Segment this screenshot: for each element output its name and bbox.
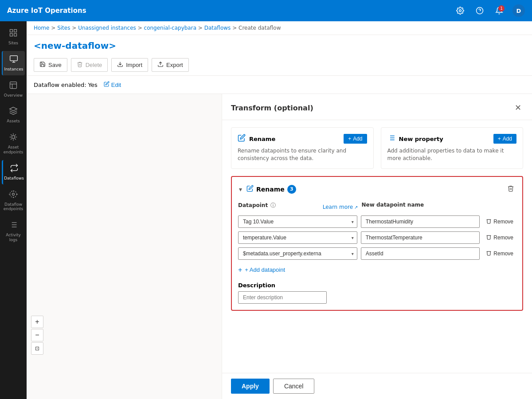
datapoint-select-3[interactable]: $metadata.user_property.externa (238, 247, 357, 260)
delete-icon (77, 61, 83, 69)
datapoint-select-2[interactable]: temperature.Value (238, 231, 357, 244)
export-label: Export (166, 62, 183, 68)
sidebar-item-dataflow-endpoints[interactable]: Dataflow endpoints (2, 186, 25, 215)
add-datapoint-button[interactable]: + + Add datapoint (238, 263, 285, 277)
import-icon (117, 61, 123, 69)
top-nav-icons: 1 D (454, 4, 525, 17)
sidebar-item-sites-label: Sites (8, 41, 18, 46)
sidebar-item-overview[interactable]: Overview (2, 77, 25, 102)
datapoint-select-1[interactable]: Tag 10.Value (238, 215, 357, 228)
sidebar-item-assets-label: Assets (7, 119, 20, 124)
breadcrumb-instance[interactable]: congenial-capybara (144, 25, 196, 31)
breadcrumb-home[interactable]: Home (34, 25, 49, 31)
page-title: <new-dataflow> (34, 40, 525, 51)
remove-icon-3 (486, 250, 492, 257)
datapoint-row-3: $metadata.user_property.externa ▾ R (238, 247, 516, 260)
breadcrumb-unassigned[interactable]: Unassigned instances (78, 25, 136, 31)
fit-button[interactable]: ⊡ (31, 342, 43, 355)
new-name-input-1[interactable] (361, 215, 480, 228)
help-icon[interactable] (473, 4, 486, 17)
svg-rect-3 (10, 30, 13, 32)
cancel-label: Cancel (284, 383, 304, 390)
close-button[interactable]: ✕ (513, 101, 523, 114)
description-section: Description (238, 282, 516, 304)
description-input[interactable] (238, 291, 327, 304)
edit-button[interactable]: Edit (101, 80, 124, 89)
sites-icon (9, 28, 18, 39)
app-title: Azure IoT Operations (7, 7, 454, 15)
sidebar-item-asset-endpoints-label: Asset endpoints (4, 145, 23, 155)
zoom-in-button[interactable]: + (31, 316, 43, 328)
sidebar-item-activity-logs-label: Activity logs (4, 233, 23, 243)
datapoint-select-wrapper-1: Tag 10.Value ▾ (238, 215, 357, 228)
learn-more-link[interactable]: Learn more ↗ (323, 204, 358, 210)
sidebar-item-instances-label: Instances (4, 67, 23, 72)
rename-section-icon (246, 185, 254, 193)
new-property-card-label: New property (399, 136, 443, 142)
description-label: Description (238, 282, 516, 289)
remove-button-2[interactable]: Remove (483, 232, 516, 243)
remove-icon-2 (486, 234, 492, 241)
svg-rect-10 (10, 82, 17, 88)
export-button[interactable]: Export (152, 58, 189, 72)
external-link-icon: ↗ (354, 205, 358, 210)
import-button[interactable]: Import (111, 58, 148, 72)
export-icon (157, 61, 164, 69)
learn-more-label: Learn more (323, 204, 353, 210)
toolbar: Save Delete Import Export (27, 55, 532, 76)
sidebar-item-dataflows[interactable]: Dataflows (2, 160, 25, 184)
delete-button[interactable]: Delete (71, 58, 108, 72)
svg-marker-13 (10, 107, 17, 111)
page-header: <new-dataflow> (27, 35, 532, 55)
zoom-out-button[interactable]: − (31, 329, 43, 341)
settings-icon[interactable] (454, 4, 466, 17)
sidebar: Sites Instances Overview Assets Asset en… (0, 21, 27, 399)
sidebar-item-asset-endpoints[interactable]: Asset endpoints (2, 129, 25, 158)
sidebar-item-assets[interactable]: Assets (2, 103, 25, 127)
content-area: Home > Sites > Unassigned instances > co… (27, 21, 532, 399)
asset-endpoints-icon (9, 133, 18, 143)
edit-label: Edit (111, 82, 121, 88)
new-property-add-button[interactable]: + Add (493, 134, 516, 144)
rename-add-button[interactable]: + Add (344, 134, 367, 144)
dataflow-status-bar: Dataflow enabled: Yes Edit (27, 76, 532, 94)
new-name-input-2[interactable] (361, 231, 480, 244)
cancel-button[interactable]: Cancel (273, 379, 315, 394)
sidebar-item-sites[interactable]: Sites (2, 25, 25, 49)
sidebar-item-instances[interactable]: Instances (2, 51, 25, 75)
breadcrumb-sites[interactable]: Sites (57, 25, 70, 31)
svg-point-16 (10, 191, 17, 197)
svg-rect-4 (14, 30, 17, 32)
apply-label: Apply (242, 383, 259, 390)
notifications-icon[interactable]: 1 (493, 4, 505, 17)
breadcrumb-current: Create dataflow (239, 25, 281, 31)
collapse-button[interactable]: ▾ (238, 185, 243, 194)
rename-card-desc: Rename datapoints to ensure clarity and … (238, 147, 367, 162)
add-datapoint-label: + Add datapoint (245, 266, 285, 273)
remove-button-3[interactable]: Remove (483, 248, 516, 259)
assets-icon (9, 106, 18, 117)
info-icon: ⓘ (270, 202, 276, 209)
remove-icon-1 (486, 218, 492, 225)
save-button[interactable]: Save (34, 58, 67, 72)
datapoint-row-2: temperature.Value ▾ Remove (238, 231, 516, 244)
sidebar-item-overview-label: Overview (4, 93, 23, 98)
remove-button-1[interactable]: Remove (483, 216, 516, 227)
svg-point-14 (12, 136, 15, 139)
delete-label: Delete (86, 62, 102, 68)
remove-label-3: Remove (493, 250, 513, 257)
rename-section: ▾ Rename 3 (231, 176, 523, 311)
main-layout: Sites Instances Overview Assets Asset en… (0, 21, 532, 399)
delete-rename-button[interactable] (505, 183, 516, 196)
panel-footer: Apply Cancel (222, 373, 532, 399)
new-name-input-3[interactable] (361, 247, 480, 260)
save-label: Save (48, 62, 62, 68)
avatar[interactable]: D (512, 4, 525, 17)
apply-button[interactable]: Apply (231, 379, 270, 394)
new-property-card-icon (387, 134, 395, 144)
sidebar-item-activity-logs[interactable]: Activity logs (2, 217, 25, 246)
svg-point-0 (459, 10, 462, 12)
remove-label-1: Remove (493, 219, 513, 225)
rename-option-card: Rename + Add Rename datapoints to ensure… (231, 127, 374, 169)
breadcrumb-dataflows[interactable]: Dataflows (204, 25, 231, 31)
